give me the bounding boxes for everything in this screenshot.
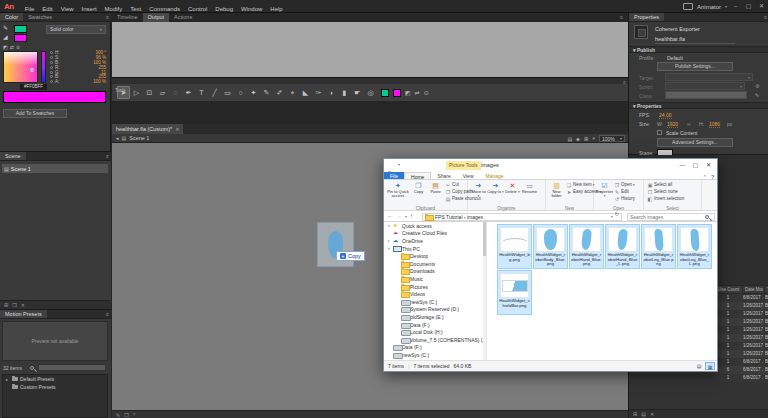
- delete-scene-icon[interactable]: ✕: [21, 302, 25, 308]
- ribbon-button[interactable]: ➜ Move to ▾: [470, 181, 487, 204]
- menu-item[interactable]: Debug: [215, 6, 233, 12]
- motion-presets-tab[interactable]: Motion Presets: [0, 310, 47, 318]
- ribbon-button[interactable]: ◧ Invert selection: [647, 195, 684, 202]
- new-folder-icon[interactable]: ▤: [641, 411, 646, 417]
- breadcrumb-path[interactable]: FPS Tutorial › images: [435, 214, 483, 220]
- HealthWidget_robotLeg_Blue.png[interactable]: HealthWidget_robotLeg_Blue.png: [641, 224, 676, 269]
- HealthWidget_bg.png[interactable]: HealthWidget_bg.png: [497, 224, 532, 269]
- duplicate-scene-icon[interactable]: ❐: [12, 302, 16, 308]
- preset-folder-row[interactable]: Custom Presets: [3, 383, 107, 391]
- edit-scene-icon[interactable]: ▤: [567, 136, 572, 142]
- menu-item[interactable]: Window: [241, 6, 262, 12]
- tool-stroke-swatch[interactable]: [381, 89, 389, 97]
- stroke-color-swatch[interactable]: [14, 25, 27, 33]
- ribbon-button[interactable]: ✎ Edit: [614, 188, 636, 195]
- menu-item[interactable]: Commands: [149, 6, 180, 12]
- radio-icon[interactable]: [50, 71, 53, 74]
- profile-value[interactable]: Default: [667, 55, 683, 61]
- menu-item[interactable]: Help: [270, 6, 282, 12]
- oval-tool[interactable]: ○: [234, 86, 247, 99]
- radio-icon[interactable]: [50, 61, 53, 64]
- radio-icon[interactable]: [50, 66, 53, 69]
- menu-item[interactable]: Modify: [105, 6, 123, 12]
- ribbon-tab[interactable]: Share: [431, 172, 456, 179]
- scene-list-item[interactable]: ▤ Scene 1: [2, 164, 108, 173]
- column-header-date-modified[interactable]: Date Modifi...: [742, 286, 763, 294]
- nav-item[interactable]: Desktop: [384, 252, 486, 260]
- preset-folder-row[interactable]: ▸ Default Presets: [3, 375, 107, 383]
- close-button[interactable]: ✕: [757, 0, 766, 13]
- nav-item[interactable]: Data (F:): [384, 321, 486, 329]
- hand-tool[interactable]: ☛: [351, 86, 364, 99]
- file-list[interactable]: HealthWidget_bg.png HealthWidget_robotBo…: [487, 222, 717, 362]
- HealthWidget_shieldBar.png[interactable]: HealthWidget_shieldBar.png: [497, 270, 532, 315]
- lasso-tool[interactable]: ◌: [169, 86, 182, 99]
- nav-item[interactable]: Videos: [384, 290, 486, 298]
- publish-section-header[interactable]: ▾ Publish: [629, 46, 768, 53]
- forward-button[interactable]: →: [396, 211, 402, 222]
- bone-tool[interactable]: ⌖: [286, 86, 299, 99]
- color-value[interactable]: 100 %: [64, 79, 108, 84]
- swap-colors-icon[interactable]: ⇄: [415, 89, 420, 96]
- expand-arrow-icon[interactable]: ▾: [388, 224, 392, 228]
- panel-menu-icon[interactable]: ≡: [106, 311, 109, 317]
- fill-bucket-icon[interactable]: ◢: [3, 33, 8, 40]
- refresh-icon[interactable]: ↻: [615, 211, 619, 222]
- ribbon-button[interactable]: ✕ Delete ▾: [504, 181, 521, 204]
- nav-item[interactable]: Data (F:): [384, 344, 486, 352]
- pen-tool[interactable]: ✒: [182, 86, 195, 99]
- preset-search-input[interactable]: [38, 364, 106, 371]
- menu-item[interactable]: Insert: [82, 6, 97, 12]
- subselection-tool[interactable]: ▷: [130, 86, 143, 99]
- rectangle-tool[interactable]: ▭: [221, 86, 234, 99]
- zoom-tool[interactable]: ◎: [364, 86, 377, 99]
- publish-settings-button[interactable]: Publish Settings...: [657, 62, 733, 71]
- expand-arrow-icon[interactable]: ▸: [6, 377, 10, 382]
- fill-color-swatch[interactable]: [14, 34, 27, 42]
- expand-arrow-icon[interactable]: ▸: [388, 239, 392, 243]
- menu-item[interactable]: Control: [188, 6, 207, 12]
- saturation-brightness-picker[interactable]: [3, 51, 38, 83]
- ribbon-tab[interactable]: File: [384, 172, 404, 179]
- add-scene-icon[interactable]: ⊞: [4, 302, 8, 308]
- edit-symbols-icon[interactable]: ◈: [576, 136, 580, 142]
- column-header-type[interactable]: Ty: [764, 286, 768, 294]
- HealthWidget_robotLeg_Blue_L.png[interactable]: HealthWidget_robotLeg_Blue_L.png: [677, 224, 712, 269]
- ribbon-button[interactable]: ▥ New folder: [548, 181, 565, 204]
- breadcrumb[interactable]: FPS Tutorial › images ▾↻: [422, 213, 622, 221]
- file-explorer-window[interactable]: ▾ Picture Tools images — ▢ ✕ FileHomeSha…: [383, 158, 718, 372]
- nav-item[interactable]: Creative Cloud Files: [384, 230, 486, 238]
- panel-menu-icon[interactable]: ≡: [620, 14, 766, 20]
- default-swap-none-icons[interactable]: ◩⇄⊘: [3, 44, 22, 50]
- radio-icon[interactable]: [50, 80, 53, 83]
- details-view-button[interactable]: ▤: [694, 362, 704, 370]
- ribbon-button[interactable]: ↺ History: [614, 195, 636, 202]
- nav-item[interactable]: Music: [384, 275, 486, 283]
- paint-bucket-tool[interactable]: ◣: [299, 86, 312, 99]
- workspace-icon[interactable]: [683, 3, 693, 10]
- workspace-selector[interactable]: Animator: [697, 4, 721, 10]
- ribbon-button[interactable]: ❐ Copy: [410, 181, 427, 204]
- ribbon-button[interactable]: ➜ Copy to ▾: [487, 181, 504, 204]
- fps-value[interactable]: 24.00: [659, 112, 672, 119]
- ribbon-button[interactable]: ▭ Rename: [521, 181, 538, 204]
- line-tool[interactable]: ╱: [208, 86, 221, 99]
- nav-item[interactable]: Downloads: [384, 268, 486, 276]
- HealthWidget_robotHand_Blue_L.png[interactable]: HealthWidget_robotHand_Blue_L.png: [605, 224, 640, 269]
- nav-item[interactable]: System Reserved (D:): [384, 306, 486, 314]
- nav-item[interactable]: oldStorage (E:): [384, 313, 486, 321]
- nav-item[interactable]: ▾ This PC: [384, 245, 486, 253]
- ribbon-button[interactable]: ☐ Select none: [647, 188, 684, 195]
- hue-slider[interactable]: [41, 51, 46, 83]
- width-value[interactable]: 1920: [667, 121, 678, 128]
- restore-button[interactable]: ▢: [744, 0, 753, 13]
- history-dropdown-icon[interactable]: ▾: [405, 211, 407, 222]
- search-field[interactable]: [627, 213, 715, 221]
- nav-item[interactable]: Local Disk (H:): [384, 328, 486, 336]
- gear-icon[interactable]: ⚙: [755, 83, 759, 89]
- scene-panel-tab[interactable]: Scene: [0, 152, 26, 160]
- menu-item[interactable]: Text: [130, 6, 141, 12]
- ribbon-tab[interactable]: Manage: [480, 172, 510, 179]
- onion-skin-icon[interactable]: ❐: [124, 412, 128, 418]
- eraser-tool[interactable]: ▮: [338, 86, 351, 99]
